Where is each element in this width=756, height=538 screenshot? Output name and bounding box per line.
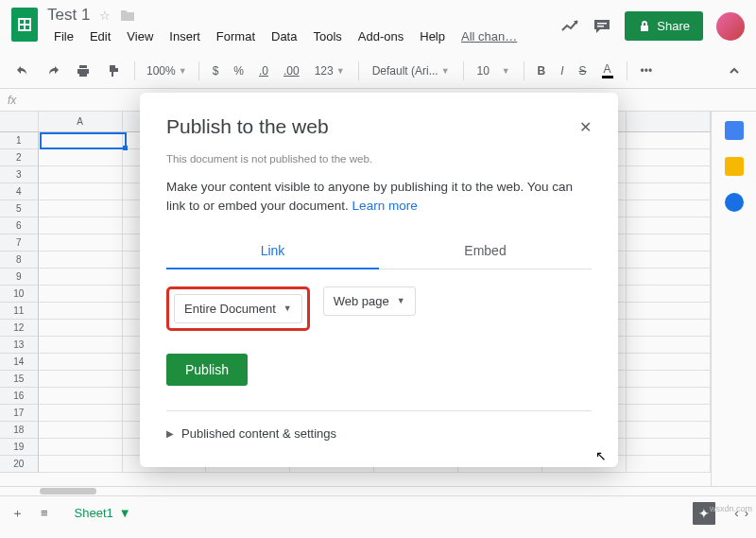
publish-scope-select[interactable]: Entire Document▼ bbox=[174, 294, 302, 323]
published-settings-expander[interactable]: ▶ Published content & settings bbox=[166, 410, 592, 441]
publish-dialog: Publish to the web ✕ This document is no… bbox=[140, 93, 618, 467]
dialog-title: Publish to the web bbox=[166, 115, 329, 138]
dialog-status-note: This document is not published to the we… bbox=[166, 153, 592, 165]
chevron-down-icon: ▼ bbox=[284, 304, 292, 313]
tab-link[interactable]: Link bbox=[166, 235, 379, 269]
dialog-description: Make your content visible to anyone by p… bbox=[166, 178, 592, 217]
chevron-down-icon: ▼ bbox=[397, 296, 405, 305]
close-icon[interactable]: ✕ bbox=[579, 118, 592, 136]
publish-button[interactable]: Publish bbox=[166, 354, 248, 386]
chevron-right-icon: ▶ bbox=[166, 428, 174, 439]
publish-format-select[interactable]: Web page▼ bbox=[323, 286, 416, 316]
dialog-tabs: Link Embed bbox=[166, 235, 592, 269]
learn-more-link[interactable]: Learn more bbox=[352, 199, 418, 213]
tab-embed[interactable]: Embed bbox=[379, 235, 592, 269]
annotation-highlight: Entire Document▼ bbox=[166, 286, 310, 331]
